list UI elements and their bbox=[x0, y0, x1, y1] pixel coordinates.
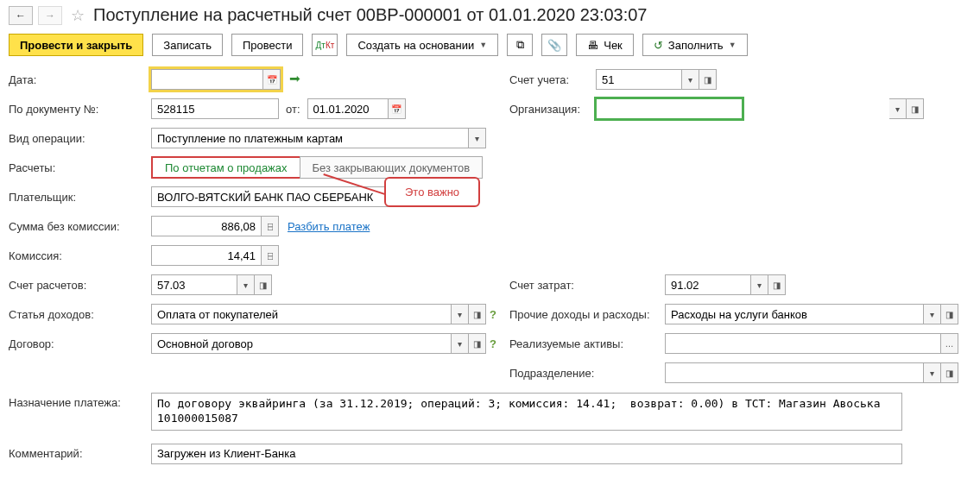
org-input[interactable] bbox=[596, 98, 743, 119]
go-to-icon[interactable]: ⮕ bbox=[289, 72, 301, 86]
calculator-icon[interactable]: ⌸ bbox=[262, 216, 279, 236]
dt-kt-icon: ДтКт bbox=[316, 41, 335, 50]
cost-account-label: Счет затрат: bbox=[509, 279, 665, 292]
doc-date-input[interactable] bbox=[307, 98, 389, 119]
from-label: от: bbox=[286, 103, 300, 116]
contract-label: Договор: bbox=[9, 337, 151, 350]
sum-wo-comm-label: Сумма без комиссии: bbox=[9, 220, 151, 233]
open-icon[interactable]: ◨ bbox=[768, 274, 786, 295]
comment-input[interactable] bbox=[151, 444, 902, 464]
paperclip-icon: 📎 bbox=[547, 39, 561, 52]
page-title: Поступление на расчетный счет 00ВР-00000… bbox=[93, 5, 648, 25]
org-label: Организация: bbox=[509, 103, 596, 116]
dropdown-icon[interactable]: ▾ bbox=[889, 98, 907, 119]
commission-label: Комиссия: bbox=[9, 249, 151, 262]
open-icon[interactable]: ◨ bbox=[469, 333, 486, 354]
dropdown-icon[interactable]: ▾ bbox=[237, 274, 255, 295]
open-icon[interactable]: ◨ bbox=[699, 69, 717, 90]
income-item-label: Статья доходов: bbox=[9, 308, 151, 321]
calendar-icon[interactable]: 📅 bbox=[263, 69, 281, 90]
account-input[interactable] bbox=[596, 69, 682, 90]
dropdown-icon[interactable]: ▾ bbox=[452, 304, 469, 324]
callout-bubble: Это важно bbox=[384, 177, 480, 207]
dropdown-icon[interactable]: ▾ bbox=[924, 304, 941, 324]
dropdown-icon[interactable]: ▾ bbox=[452, 333, 469, 354]
struct-icon: ⧉ bbox=[516, 38, 524, 52]
doc-no-label: По документу №: bbox=[9, 103, 151, 116]
real-assets-input[interactable] bbox=[665, 333, 941, 354]
date-input[interactable] bbox=[151, 69, 263, 90]
other-inc-exp-label: Прочие доходы и расходы: bbox=[509, 308, 665, 321]
receipt-icon: 🖶 bbox=[587, 39, 598, 52]
cost-account-input[interactable] bbox=[665, 274, 751, 295]
op-type-label: Вид операции: bbox=[9, 132, 151, 145]
split-payment-link[interactable]: Разбить платеж bbox=[288, 220, 370, 233]
favorite-star-icon[interactable]: ☆ bbox=[71, 6, 85, 25]
more-icon[interactable]: … bbox=[941, 333, 958, 354]
dropdown-icon[interactable]: ▾ bbox=[924, 362, 941, 383]
sum-wo-comm-input[interactable] bbox=[151, 216, 262, 236]
dropdown-icon[interactable]: ▾ bbox=[682, 69, 699, 90]
nav-forward-button[interactable]: → bbox=[38, 6, 62, 25]
post-and-close-button[interactable]: Провести и закрыть bbox=[9, 34, 143, 56]
subdivision-label: Подразделение: bbox=[509, 367, 665, 380]
save-button[interactable]: Записать bbox=[152, 34, 223, 56]
calc-account-label: Счет расчетов: bbox=[9, 279, 151, 292]
subdivision-input[interactable] bbox=[665, 362, 924, 383]
structure-icon-button[interactable]: ⧉ bbox=[507, 34, 533, 56]
debit-credit-icon-button[interactable]: ДтКт bbox=[312, 34, 338, 56]
fill-button[interactable]: ↺ Заполнить▼ bbox=[642, 34, 748, 56]
date-label: Дата: bbox=[9, 73, 151, 86]
tab-by-sales-reports[interactable]: По отчетам о продажах bbox=[151, 156, 301, 179]
op-type-input[interactable] bbox=[151, 128, 469, 148]
comment-label: Комментарий: bbox=[9, 447, 151, 460]
account-label: Счет учета: bbox=[509, 73, 596, 86]
real-assets-label: Реализуемые активы: bbox=[509, 337, 665, 350]
doc-no-input[interactable] bbox=[151, 98, 279, 119]
calendar-icon[interactable]: 📅 bbox=[389, 98, 406, 119]
help-icon[interactable]: ? bbox=[490, 337, 496, 350]
dropdown-icon[interactable]: ▾ bbox=[469, 128, 486, 148]
fill-icon: ↺ bbox=[654, 39, 663, 52]
commission-input[interactable] bbox=[151, 245, 262, 266]
attach-icon-button[interactable]: 📎 bbox=[541, 34, 567, 56]
dropdown-icon[interactable]: ▾ bbox=[751, 274, 768, 295]
income-item-input[interactable] bbox=[151, 304, 452, 324]
open-icon[interactable]: ◨ bbox=[941, 362, 958, 383]
calculator-icon[interactable]: ⌸ bbox=[262, 245, 279, 266]
open-icon[interactable]: ◨ bbox=[907, 98, 924, 119]
purpose-label: Назначение платежа: bbox=[9, 393, 151, 409]
create-based-on-button[interactable]: Создать на основании▼ bbox=[346, 34, 498, 56]
open-icon[interactable]: ◨ bbox=[469, 304, 486, 324]
purpose-textarea[interactable] bbox=[151, 393, 902, 431]
nav-back-button[interactable]: ← bbox=[9, 6, 33, 25]
open-icon[interactable]: ◨ bbox=[941, 304, 958, 324]
calc-account-input[interactable] bbox=[151, 274, 237, 295]
payer-label: Плательщик: bbox=[9, 191, 151, 204]
open-icon[interactable]: ◨ bbox=[255, 274, 272, 295]
contract-input[interactable] bbox=[151, 333, 452, 354]
check-button[interactable]: 🖶 Чек bbox=[576, 34, 634, 56]
calcs-label: Расчеты: bbox=[9, 161, 151, 174]
other-inc-exp-input[interactable] bbox=[665, 304, 924, 324]
post-button[interactable]: Провести bbox=[231, 34, 304, 56]
help-icon[interactable]: ? bbox=[490, 308, 496, 321]
